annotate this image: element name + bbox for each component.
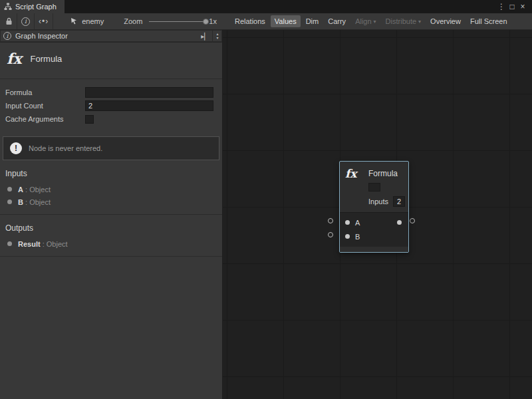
warning-icon: ! bbox=[10, 142, 22, 154]
input-port-dot[interactable] bbox=[345, 220, 350, 225]
spin-down-icon[interactable]: ▾ bbox=[216, 36, 218, 40]
node-inputs-label: Inputs bbox=[368, 198, 388, 205]
node-port-row-b: B bbox=[340, 229, 408, 243]
code-view-icon[interactable]: ‹•› bbox=[39, 17, 49, 26]
unconnected-port-ring[interactable] bbox=[410, 218, 415, 223]
lock-icon[interactable] bbox=[0, 17, 13, 25]
field-row-formula: Formula bbox=[5, 86, 213, 99]
close-icon[interactable]: × bbox=[517, 0, 528, 13]
node-ports: A B bbox=[340, 212, 408, 247]
node-title: Formula bbox=[368, 167, 398, 180]
graph-breadcrumb-label: enemy bbox=[82, 17, 104, 25]
toolbar-button-overview[interactable]: Overview bbox=[426, 15, 465, 27]
field-row-input-count: Input Count bbox=[5, 99, 213, 112]
inspector-header: i Graph Inspector ▸▏ ▴ ▾ bbox=[0, 30, 222, 43]
unit-title: Formula bbox=[31, 54, 63, 64]
toolbar-separator bbox=[53, 13, 53, 29]
tab-bar: Script Graph ⋮ □ × bbox=[0, 0, 532, 13]
cache-arguments-label: Cache Arguments bbox=[5, 115, 85, 123]
node-formula-field[interactable] bbox=[368, 183, 380, 192]
maximize-icon[interactable]: □ bbox=[507, 0, 517, 13]
info-icon: i bbox=[3, 32, 11, 40]
toolbar-separator bbox=[17, 13, 17, 29]
graph-breadcrumb[interactable]: enemy bbox=[70, 17, 104, 26]
unit-header: fx Formula bbox=[0, 43, 222, 79]
formula-node[interactable]: fx Formula Inputs 2 A bbox=[339, 161, 409, 253]
dock-panel-icon[interactable]: ▸▏ bbox=[198, 33, 212, 40]
window-controls: ⋮ □ × bbox=[496, 0, 532, 13]
script-graph-icon bbox=[4, 3, 12, 11]
formula-fx-icon: fx bbox=[7, 51, 22, 66]
graph-toolbar: i ‹•› enemy Zoom 1x Relations Values Dim… bbox=[0, 13, 532, 30]
toolbar-buttons: Relations Values Dim Carry Align ▾ Distr… bbox=[230, 15, 512, 27]
formula-field-label: Formula bbox=[5, 88, 85, 96]
inspector-title: Graph Inspector bbox=[15, 32, 68, 40]
unity-script-graph-window: Script Graph ⋮ □ × i ‹•› enemy bbox=[0, 0, 532, 399]
info-icon[interactable]: i bbox=[21, 17, 30, 26]
graph-asset-icon bbox=[70, 17, 78, 26]
chevron-down-icon: ▾ bbox=[374, 19, 376, 25]
toolbar-button-relations[interactable]: Relations bbox=[231, 15, 269, 27]
chevron-down-icon: ▾ bbox=[418, 19, 421, 25]
graph-canvas[interactable]: fx Formula Inputs 2 A bbox=[223, 30, 532, 399]
toolbar-button-dim[interactable]: Dim bbox=[302, 15, 323, 27]
inspector-port-row-a[interactable]: A : Object bbox=[0, 183, 222, 196]
inputs-section-title: Inputs bbox=[0, 160, 222, 183]
port-dot-icon bbox=[7, 200, 12, 204]
field-row-cache-arguments: Cache Arguments bbox=[5, 112, 213, 126]
cache-arguments-checkbox[interactable] bbox=[85, 115, 94, 124]
inspector-fields: Formula Input Count Cache Arguments bbox=[0, 79, 222, 128]
zoom-value: 1x bbox=[209, 17, 217, 25]
formula-fx-icon: fx bbox=[345, 167, 362, 180]
section-divider bbox=[0, 256, 222, 257]
outputs-section-title: Outputs bbox=[0, 215, 222, 237]
inspector-port-row-result[interactable]: Result : Object bbox=[0, 237, 222, 250]
node-port-row-a: A bbox=[340, 215, 408, 229]
toolbar-button-distribute: Distribute ▾ bbox=[382, 15, 425, 27]
toolbar-button-fullscreen[interactable]: Full Screen bbox=[466, 15, 511, 27]
graph-inspector-panel: i Graph Inspector ▸▏ ▴ ▾ fx Formula Form… bbox=[0, 30, 223, 399]
tab-title: Script Graph bbox=[15, 3, 57, 11]
output-port-dot[interactable] bbox=[397, 220, 402, 225]
panel-scroll-spinner[interactable]: ▴ ▾ bbox=[212, 30, 222, 43]
unconnected-port-ring[interactable] bbox=[328, 218, 333, 223]
inspector-port-row-b[interactable]: B : Object bbox=[0, 196, 222, 208]
input-count-input[interactable] bbox=[85, 100, 213, 111]
input-port-dot[interactable] bbox=[345, 234, 350, 239]
zoom-slider-handle[interactable] bbox=[203, 19, 209, 25]
node-footer bbox=[340, 247, 408, 252]
node-header[interactable]: fx Formula Inputs 2 bbox=[340, 162, 408, 212]
tab-script-graph[interactable]: Script Graph bbox=[0, 0, 65, 13]
input-count-label: Input Count bbox=[5, 102, 85, 110]
node-inputs-count[interactable]: 2 bbox=[393, 196, 405, 207]
warning-text: Node is never entered. bbox=[29, 144, 102, 152]
window-menu-icon[interactable]: ⋮ bbox=[496, 0, 507, 13]
unconnected-port-ring[interactable] bbox=[328, 232, 333, 237]
port-dot-icon bbox=[7, 187, 12, 192]
toolbar-button-align: Align ▾ bbox=[351, 15, 380, 27]
toolbar-button-carry[interactable]: Carry bbox=[324, 15, 350, 27]
zoom-label: Zoom bbox=[124, 17, 142, 25]
port-dot-icon bbox=[7, 241, 12, 246]
toolbar-separator bbox=[34, 13, 35, 29]
formula-input[interactable] bbox=[85, 87, 213, 98]
zoom-slider[interactable] bbox=[149, 21, 206, 22]
toolbar-button-values[interactable]: Values bbox=[271, 15, 301, 27]
warning-box: ! Node is never entered. bbox=[3, 136, 219, 160]
